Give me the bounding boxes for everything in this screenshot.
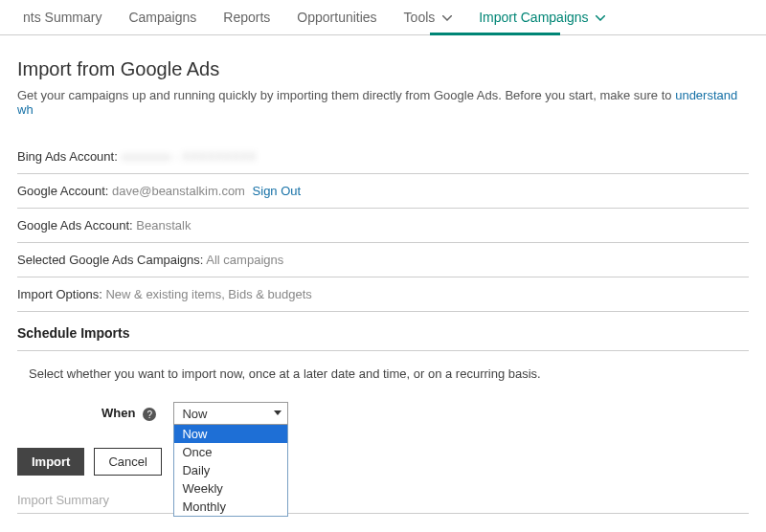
intro-text: Get your campaigns up and running quickl… (17, 88, 749, 117)
when-row: When ? Now Now Once Daily Weekly Monthly (17, 402, 749, 425)
selected-campaigns-label: Selected Google Ads Campaigns: (17, 253, 206, 267)
intro-prefix: Get your campaigns up and running quickl… (17, 88, 675, 102)
dropdown-option-daily[interactable]: Daily (174, 461, 287, 479)
selected-campaigns-value: All campaigns (206, 253, 283, 267)
nav-import-campaigns-label: Import Campaigns (479, 10, 588, 25)
sign-out-link[interactable]: Sign Out (253, 184, 302, 198)
dropdown-option-once[interactable]: Once (174, 443, 287, 461)
chevron-down-icon (596, 10, 605, 25)
nav-reports[interactable]: Reports (210, 0, 283, 34)
top-navigation: nts Summary Campaigns Reports Opportunit… (0, 0, 766, 35)
bing-account-label: Bing Ads Account: (17, 149, 121, 164)
row-import-options: Import Options: New & existing items, Bi… (17, 277, 749, 312)
chevron-down-icon (442, 10, 452, 25)
help-icon[interactable]: ? (143, 408, 156, 421)
import-options-label: Import Options: (17, 287, 105, 301)
row-bing-account: Bing Ads Account: xxxxxxxx - XXXXXXXXX (17, 140, 749, 174)
google-account-label: Google Account: (17, 184, 112, 198)
nav-tools-label: Tools (404, 10, 436, 25)
row-google-account: Google Account: dave@beanstalkim.com Sig… (17, 174, 749, 209)
dropdown-option-weekly[interactable]: Weekly (174, 479, 287, 498)
import-summary-header: Import Summary (17, 476, 749, 514)
import-options-value: New & existing items, Bids & budgets (105, 287, 311, 301)
when-dropdown: Now Once Daily Weekly Monthly (173, 425, 288, 517)
nav-opportunities[interactable]: Opportunities (283, 0, 390, 34)
dropdown-option-monthly[interactable]: Monthly (174, 498, 287, 516)
when-label: When (101, 402, 135, 420)
when-select[interactable]: Now (173, 402, 288, 425)
row-selected-campaigns: Selected Google Ads Campaigns: All campa… (17, 243, 749, 277)
nav-campaigns[interactable]: Campaigns (115, 0, 210, 34)
main-content: Import from Google Ads Get your campaign… (0, 35, 766, 523)
import-button[interactable]: Import (17, 448, 84, 476)
bing-account-value: xxxxxxxx - XXXXXXXXX (121, 149, 257, 164)
nav-import-campaigns[interactable]: Import Campaigns (465, 0, 619, 34)
nav-accounts-summary[interactable]: nts Summary (10, 0, 115, 34)
caret-down-icon (274, 410, 282, 416)
schedule-imports-header: Schedule Imports (17, 312, 749, 351)
google-ads-account-label: Google Ads Account: (17, 218, 136, 233)
dropdown-option-now[interactable]: Now (174, 425, 287, 443)
google-ads-account-value: Beanstalk (136, 218, 191, 233)
page-title: Import from Google Ads (17, 58, 749, 80)
active-tab-underline (430, 33, 560, 35)
google-account-value: dave@beanstalkim.com (112, 184, 245, 198)
cancel-button[interactable]: Cancel (94, 448, 161, 476)
button-row: Import Cancel (17, 425, 749, 476)
when-select-value: Now (182, 407, 207, 421)
nav-tools[interactable]: Tools (391, 0, 466, 34)
schedule-description: Select whether you want to import now, o… (17, 351, 749, 402)
when-select-wrapper: Now Now Once Daily Weekly Monthly (173, 402, 288, 425)
row-google-ads-account: Google Ads Account: Beanstalk (17, 209, 749, 243)
